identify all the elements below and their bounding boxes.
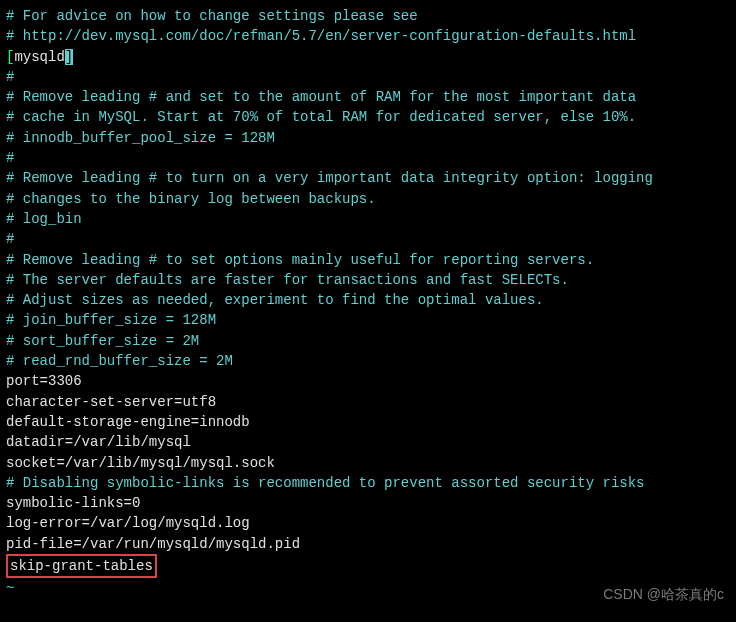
comment-line: # Remove leading # to set options mainly… xyxy=(6,250,730,270)
bracket-close-icon: ] xyxy=(65,49,73,65)
config-line: symbolic-links=0 xyxy=(6,493,730,513)
config-line: character-set-server=utf8 xyxy=(6,392,730,412)
config-line: log-error=/var/log/mysqld.log xyxy=(6,513,730,533)
comment-line: # cache in MySQL. Start at 70% of total … xyxy=(6,107,730,127)
section-name: mysqld xyxy=(14,49,64,65)
comment-line: # xyxy=(6,148,730,168)
comment-line: # http://dev.mysql.com/doc/refman/5.7/en… xyxy=(6,26,730,46)
config-line: socket=/var/lib/mysql/mysql.sock xyxy=(6,453,730,473)
highlight-box: skip-grant-tables xyxy=(6,554,157,578)
comment-line: # Remove leading # and set to the amount… xyxy=(6,87,730,107)
watermark: CSDN @哈茶真的c xyxy=(603,584,724,604)
comment-line: # xyxy=(6,67,730,87)
comment-line: # join_buffer_size = 128M xyxy=(6,310,730,330)
comment-line: # changes to the binary log between back… xyxy=(6,189,730,209)
comment-line: # sort_buffer_size = 2M xyxy=(6,331,730,351)
comment-line: # innodb_buffer_pool_size = 128M xyxy=(6,128,730,148)
comment-line: # The server defaults are faster for tra… xyxy=(6,270,730,290)
comment-line: # Remove leading # to turn on a very imp… xyxy=(6,168,730,188)
config-line: port=3306 xyxy=(6,371,730,391)
terminal-editor[interactable]: # For advice on how to change settings p… xyxy=(6,6,730,599)
config-line: datadir=/var/lib/mysql xyxy=(6,432,730,452)
comment-line: # xyxy=(6,229,730,249)
highlighted-config-line: skip-grant-tables xyxy=(6,554,730,578)
comment-line: # log_bin xyxy=(6,209,730,229)
comment-line: # Disabling symbolic-links is recommende… xyxy=(6,473,730,493)
comment-line: # read_rnd_buffer_size = 2M xyxy=(6,351,730,371)
comment-line: # For advice on how to change settings p… xyxy=(6,6,730,26)
section-header: [mysqld] xyxy=(6,47,730,67)
config-line: default-storage-engine=innodb xyxy=(6,412,730,432)
config-line: pid-file=/var/run/mysqld/mysqld.pid xyxy=(6,534,730,554)
comment-line: # Adjust sizes as needed, experiment to … xyxy=(6,290,730,310)
